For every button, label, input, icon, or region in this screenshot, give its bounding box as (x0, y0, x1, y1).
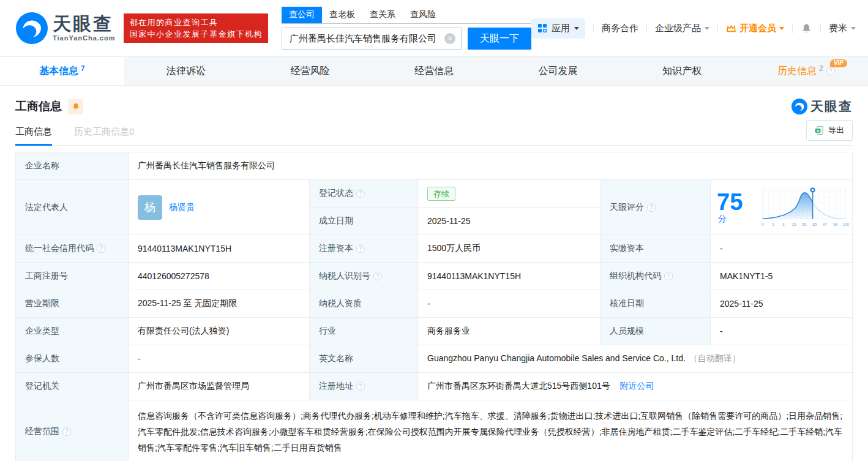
help-icon[interactable]: ? (826, 67, 835, 75)
registration-authority-value: 广州市番禺区市场监督管理局 (129, 373, 310, 400)
score-label: 天眼评分? (600, 180, 711, 235)
tab-company-development[interactable]: 公司发展 (496, 57, 620, 85)
help-icon[interactable]: ? (356, 382, 365, 391)
registered-capital-label: 注册资本? (310, 235, 418, 263)
tab-basic-info[interactable]: 基本信息 7 (0, 57, 124, 85)
company-type-value: 有限责任公司(法人独资) (129, 318, 310, 345)
brand-slogan: 都在用的商业查询工具 国家中小企业发展子基金旗下机构 (124, 13, 268, 43)
help-icon[interactable]: ? (62, 427, 71, 436)
help-icon[interactable]: ? (373, 272, 382, 280)
registration-no-value: 440126005272578 (129, 263, 310, 290)
table-row: 登记机关 广州市番禺区市场监督管理局 注册地址? 广州市番禺区东环街番禺大道北5… (16, 373, 853, 400)
apps-menu-button[interactable]: 应用 (531, 18, 585, 39)
approval-date-value: 2025-11-25 (711, 290, 853, 318)
score-distribution-chart: 0 1 3 15 50 85 97 99 100 (758, 185, 850, 230)
taxpayer-qualification-label: 纳税人资质 (310, 290, 418, 318)
help-icon[interactable]: ? (647, 203, 656, 212)
search-button[interactable]: 天眼一下 (468, 28, 531, 50)
company-nav-tabs: 基本信息 7 法律诉讼 经营风险 经营信息 公司发展 知识产权 VIP 历史信息… (0, 56, 868, 86)
nav-enterprise-products[interactable]: 企业级产品 (655, 23, 709, 34)
status-badge: 存续 (427, 187, 455, 201)
industry-label: 行业 (310, 318, 418, 345)
approval-date-label: 核准日期 (600, 290, 711, 318)
tab-operation-info[interactable]: 经营信息 (372, 57, 496, 85)
nav-business-cooperation[interactable]: 商务合作 (602, 23, 638, 34)
divider (820, 23, 821, 33)
company-type-label: 企业类型 (16, 318, 129, 345)
apps-label: 应用 (552, 23, 570, 34)
tianyancha-watermark: 天眼查 (791, 98, 853, 115)
svg-text:97: 97 (823, 222, 828, 226)
legal-rep-label: 法定代表人 (16, 180, 129, 235)
tab-count: 2 (819, 64, 823, 73)
registration-authority-label: 登记机关 (16, 373, 129, 400)
crown-icon (726, 23, 736, 34)
table-row: 经营范围? 信息咨询服务（不含许可类信息咨询服务）;商务代理代办服务;机动车修理… (16, 400, 853, 461)
search-tab-risk[interactable]: 查风险 (403, 7, 443, 23)
tab-operation-risk[interactable]: 经营风险 (248, 57, 372, 85)
search-area: 查公司 查老板 查关系 查风险 × 天眼一下 (282, 7, 531, 50)
search-tab-relation[interactable]: 查关系 (362, 7, 403, 23)
user-menu[interactable]: 费米 (829, 23, 856, 34)
export-button[interactable]: 导出 (806, 120, 853, 141)
grid-apps-icon (537, 23, 547, 33)
help-icon[interactable]: ? (356, 244, 365, 253)
help-icon[interactable]: ? (356, 189, 365, 198)
english-name-value: Guangzhou Panyu Changjia Automobile Sale… (418, 345, 853, 373)
excel-icon (815, 126, 824, 135)
svg-text:15: 15 (792, 222, 797, 226)
registered-capital-value: 1500万人民币 (418, 235, 600, 263)
paidin-capital-value: - (711, 235, 853, 263)
tianyancha-logo-icon (16, 12, 48, 44)
search-tab-boss[interactable]: 查老板 (322, 7, 362, 23)
org-code-value: MAK1NYT1-5 (711, 263, 853, 290)
business-info-table: 企业名称 广州番禺长佳汽车销售服务有限公司 法定代表人 杨 杨贤贵 登记状态? … (15, 152, 853, 461)
svg-text:3: 3 (782, 222, 785, 226)
taxpayer-id-value: 91440113MAK1NYT15H (418, 263, 600, 290)
clear-search-icon[interactable]: × (444, 33, 455, 44)
help-icon[interactable]: ? (664, 272, 673, 280)
tab-legal-proceedings[interactable]: 法律诉讼 (124, 57, 249, 85)
svg-text:1: 1 (773, 222, 775, 226)
staff-size-value: - (711, 318, 853, 345)
reg-status-label: 登记状态? (310, 180, 418, 208)
help-icon[interactable]: ? (97, 244, 105, 253)
svg-text:50: 50 (803, 222, 807, 226)
table-row: 营业期限 2025-11-25 至 无固定期限 纳税人资质 - 核准日期 202… (16, 290, 853, 318)
subtab-history-business-info[interactable]: 历史工商信息0 (74, 126, 134, 138)
taxpayer-qualification-value: - (418, 290, 600, 318)
open-vip-button[interactable]: 开通会员 (726, 23, 784, 34)
brand-name: 天眼查 (53, 15, 115, 33)
divider (646, 23, 647, 33)
legal-rep-avatar[interactable]: 杨 (138, 195, 162, 220)
chevron-down-icon (779, 27, 784, 30)
search-input[interactable] (282, 28, 462, 50)
paidin-capital-label: 实缴资本 (600, 235, 711, 263)
subtab-business-info[interactable]: 工商信息 (15, 126, 52, 138)
insured-count-value: - (129, 345, 310, 373)
subscribe-bell-icon[interactable] (68, 99, 83, 114)
notifications-bell-icon[interactable] (801, 23, 812, 34)
chart-x-axis-ticks: 0 1 3 15 50 85 97 99 100 (761, 222, 849, 226)
brand-domain: TianYanCha.com (53, 34, 115, 42)
chevron-down-icon (705, 27, 709, 30)
auto-translate-note: （自动翻译） (689, 353, 741, 363)
svg-text:99: 99 (834, 222, 839, 226)
main-content: 工商信息 天眼查 工商信息 历史工商信息0 导出 (0, 98, 868, 461)
legal-rep-name-link[interactable]: 杨贤贵 (169, 202, 195, 213)
business-scope-label: 经营范围? (16, 400, 129, 461)
business-term-label: 营业期限 (16, 290, 129, 318)
slogan-line-2: 国家中小企业发展子基金旗下机构 (129, 28, 263, 40)
credit-code-label: 统一社会信用代码? (16, 235, 129, 263)
site-logo[interactable]: 天眼查 TianYanCha.com (16, 12, 115, 44)
tab-intellectual-property[interactable]: 知识产权 (620, 57, 744, 85)
svg-text:100: 100 (843, 222, 850, 226)
business-term-value: 2025-11-25 至 无固定期限 (129, 290, 310, 318)
search-tab-company[interactable]: 查公司 (282, 7, 322, 23)
section-title: 工商信息 (15, 99, 62, 114)
nearby-companies-link[interactable]: 附近公司 (620, 381, 654, 391)
tab-history-info[interactable]: VIP 历史信息 2 ? (744, 57, 868, 85)
registration-no-label: 工商注册号 (16, 263, 129, 290)
chevron-down-icon (851, 27, 856, 30)
registered-address-value: 广州市番禺区东环街番禺大道北515号西侧101号 附近公司 (418, 373, 853, 400)
